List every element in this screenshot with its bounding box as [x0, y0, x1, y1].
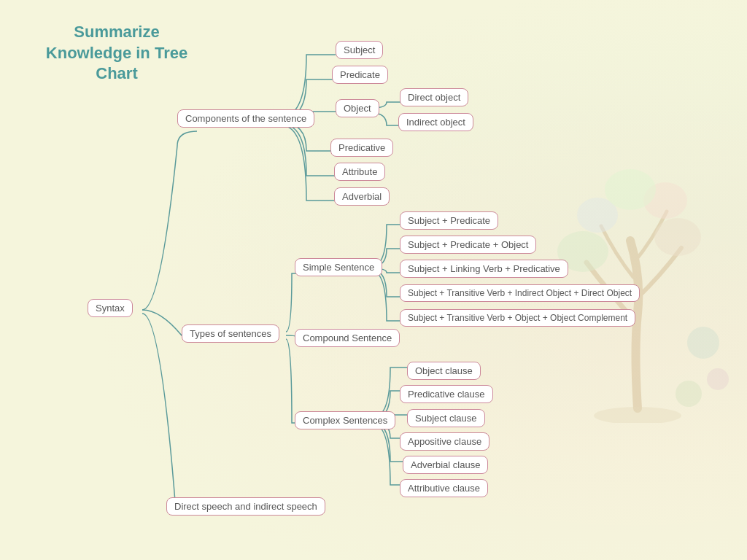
svg-point-6	[687, 327, 719, 359]
page-title: Summarize Knowledge in TreeChart	[44, 22, 190, 85]
svg-point-5	[594, 407, 681, 423]
predicative-clause-node: Predicative clause	[400, 385, 493, 403]
indirect-object-node: Indirect object	[398, 113, 473, 131]
attributive-clause-node: Attributive clause	[400, 479, 488, 497]
subject-node: Subject	[336, 41, 383, 59]
direct-object-node: Direct object	[400, 88, 468, 106]
svg-point-7	[707, 368, 729, 390]
svg-point-4	[605, 169, 656, 210]
components-node: Components of the sentence	[177, 109, 314, 128]
spo-node: Subject + Predicate + Object	[400, 236, 536, 254]
stviodo-node: Subject + Transitive Verb + Indirect Obj…	[400, 284, 640, 302]
adverbial-clause-node: Adverbial clause	[403, 456, 488, 474]
predicative-node: Predicative	[330, 139, 393, 157]
direct-speech-node: Direct speech and indirect speech	[166, 497, 325, 516]
predicate-node: Predicate	[332, 66, 388, 84]
object-node: Object	[336, 99, 379, 117]
svg-point-1	[654, 218, 701, 256]
compound-sentence-node: Compound Sentence	[295, 329, 400, 347]
sp-node: Subject + Predicate	[400, 211, 498, 230]
subject-clause-node: Subject clause	[407, 409, 485, 427]
types-node: Types of sentences	[182, 324, 279, 343]
simple-sentence-node: Simple Sentence	[295, 258, 382, 276]
appositive-clause-node: Appositive clause	[400, 432, 489, 451]
object-clause-node: Object clause	[407, 362, 481, 380]
slvp-node: Subject + Linking Verb + Predicative	[400, 260, 568, 278]
svg-point-8	[676, 381, 702, 407]
attribute-node: Attribute	[334, 163, 385, 181]
complex-sentences-node: Complex Sentences	[295, 411, 395, 429]
adverbial-node: Adverbial	[334, 187, 390, 206]
stvoc-node: Subject + Transitive Verb + Object + Obj…	[400, 309, 635, 327]
syntax-node: Syntax	[88, 299, 133, 317]
